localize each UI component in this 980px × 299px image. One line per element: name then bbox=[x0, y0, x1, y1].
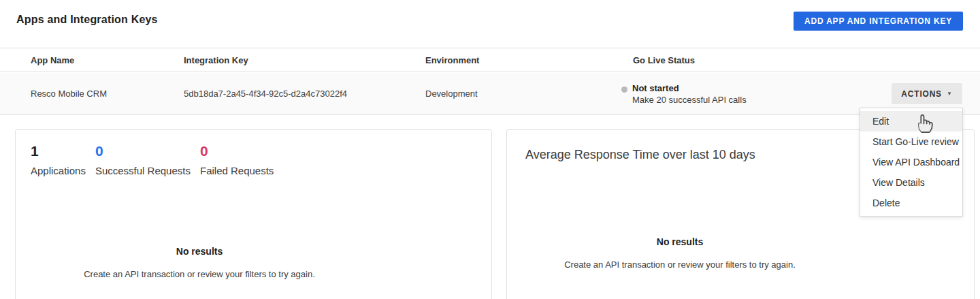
add-app-integration-key-button[interactable]: ADD APP AND INTEGRATION KEY bbox=[794, 12, 963, 31]
menu-item-edit[interactable]: Edit bbox=[860, 111, 962, 131]
menu-item-delete[interactable]: Delete bbox=[860, 193, 962, 213]
stat-successful-requests-value: 0 bbox=[95, 143, 191, 159]
column-header-integration-key: Integration Key bbox=[184, 48, 248, 72]
stat-applications: 1 Applications bbox=[31, 143, 86, 176]
menu-item-view-api-dashboard[interactable]: View API Dashboard bbox=[860, 152, 962, 172]
table-row: Resco Mobile CRM 5db18da7-2a45-4f34-92c5… bbox=[0, 73, 980, 115]
chart-empty-state: No results Create an API transaction or … bbox=[507, 236, 853, 270]
menu-item-start-go-live-review[interactable]: Start Go-Live review bbox=[860, 131, 962, 152]
go-live-status-cell: Not started Make 20 successful API calls bbox=[621, 83, 747, 106]
stat-successful-requests: 0 Successful Requests bbox=[95, 143, 191, 176]
stat-successful-requests-label: Successful Requests bbox=[95, 165, 191, 176]
status-dot-icon bbox=[621, 86, 627, 93]
chart-empty-title: No results bbox=[507, 236, 853, 247]
environment-cell: Development bbox=[425, 73, 478, 114]
table-header-row: App Name Integration Key Environment Go … bbox=[0, 48, 980, 72]
stat-applications-label: Applications bbox=[31, 165, 86, 176]
actions-button-label: ACTIONS bbox=[901, 89, 942, 99]
stats-empty-title: No results bbox=[16, 246, 383, 257]
menu-item-view-details[interactable]: View Details bbox=[860, 172, 962, 193]
column-header-environment: Environment bbox=[425, 48, 479, 72]
integration-key-cell: 5db18da7-2a45-4f34-92c5-d2a4c73022f4 bbox=[184, 73, 347, 114]
requests-stats-panel: 1 Applications 0 Successful Requests 0 F… bbox=[15, 129, 492, 299]
stats-row: 1 Applications 0 Successful Requests 0 F… bbox=[16, 130, 491, 176]
stat-failed-requests: 0 Failed Requests bbox=[200, 143, 274, 176]
page-title: Apps and Integration Keys bbox=[16, 14, 158, 26]
chart-empty-subtitle: Create an API transaction or review your… bbox=[507, 259, 853, 270]
stat-failed-requests-label: Failed Requests bbox=[200, 165, 274, 176]
actions-dropdown-menu: Edit Start Go-Live review View API Dashb… bbox=[860, 108, 963, 217]
column-header-app-name: App Name bbox=[31, 48, 74, 72]
stats-empty-state: No results Create an API transaction or … bbox=[16, 246, 383, 279]
actions-button[interactable]: ACTIONS ▼ bbox=[892, 83, 962, 104]
stat-failed-requests-value: 0 bbox=[200, 143, 274, 159]
column-header-go-live-status: Go Live Status bbox=[633, 48, 695, 72]
go-live-status-text: Not started bbox=[632, 83, 747, 94]
chevron-down-icon: ▼ bbox=[947, 91, 953, 97]
go-live-status-detail: Make 20 successful API calls bbox=[632, 95, 747, 106]
stats-empty-subtitle: Create an API transaction or review your… bbox=[16, 269, 383, 279]
apps-integration-keys-page: Apps and Integration Keys ADD APP AND IN… bbox=[0, 0, 980, 299]
stat-applications-value: 1 bbox=[31, 143, 86, 159]
app-name-cell: Resco Mobile CRM bbox=[31, 73, 107, 114]
